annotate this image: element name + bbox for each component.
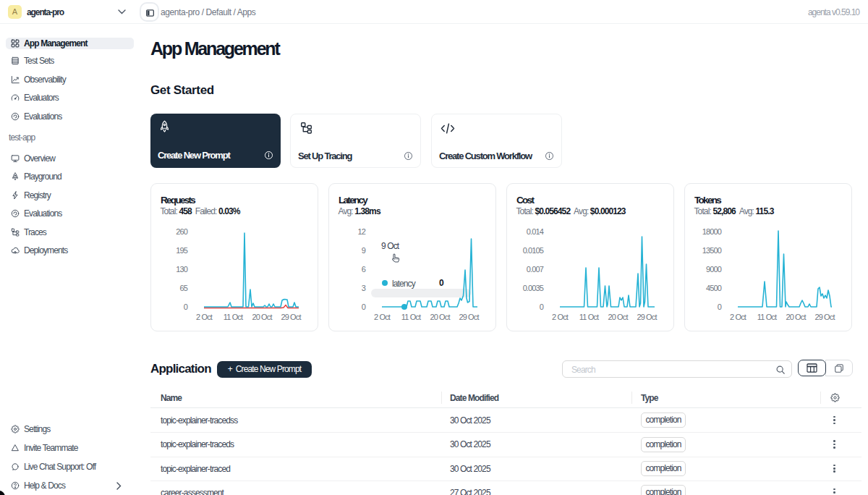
svg-text:20 Oct: 20 Oct [786, 313, 806, 321]
svg-text:195: 195 [176, 246, 187, 255]
svg-text:4500: 4500 [706, 284, 722, 292]
svg-text:2 Oct: 2 Oct [196, 313, 213, 321]
svg-text:9: 9 [362, 246, 366, 255]
svg-text:130: 130 [176, 265, 187, 274]
svg-text:29 Oct: 29 Oct [814, 313, 835, 321]
svg-text:11 Oct: 11 Oct [224, 313, 243, 321]
svg-text:65: 65 [180, 284, 188, 292]
svg-text:0: 0 [540, 302, 544, 311]
svg-text:2 Oct: 2 Oct [374, 313, 391, 321]
svg-text:29 Oct: 29 Oct [459, 313, 479, 321]
svg-text:20 Oct: 20 Oct [430, 313, 450, 321]
svg-text:0.014: 0.014 [527, 227, 544, 236]
svg-text:0.0105: 0.0105 [523, 246, 544, 255]
svg-text:18000: 18000 [702, 227, 722, 236]
svg-text:2 Oct: 2 Oct [552, 313, 569, 321]
svg-text:11 Oct: 11 Oct [401, 313, 421, 321]
svg-text:2 Oct: 2 Oct [730, 313, 746, 321]
svg-text:0.007: 0.007 [527, 265, 544, 274]
svg-text:11 Oct: 11 Oct [757, 313, 777, 321]
svg-text:0: 0 [184, 302, 188, 311]
svg-text:3: 3 [362, 284, 366, 292]
svg-text:0: 0 [362, 302, 366, 311]
svg-text:29 Oct: 29 Oct [281, 313, 301, 321]
svg-text:29 Oct: 29 Oct [637, 313, 657, 321]
svg-text:12: 12 [358, 227, 366, 236]
svg-text:9000: 9000 [706, 265, 722, 274]
svg-text:20 Oct: 20 Oct [252, 313, 272, 321]
svg-text:11 Oct: 11 Oct [579, 313, 599, 321]
svg-text:0: 0 [718, 302, 722, 311]
svg-text:13500: 13500 [702, 246, 722, 255]
svg-text:20 Oct: 20 Oct [608, 313, 628, 321]
svg-text:6: 6 [362, 265, 366, 274]
svg-text:0.0035: 0.0035 [523, 284, 544, 292]
svg-text:260: 260 [176, 227, 187, 236]
